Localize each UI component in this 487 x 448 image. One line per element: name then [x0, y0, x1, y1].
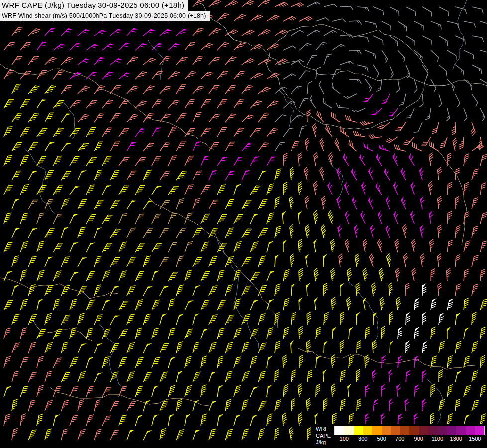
cape-colorbar-cell	[428, 426, 438, 435]
legend-label-line: CAPE	[316, 433, 331, 440]
cape-colorbar-cell	[419, 426, 428, 435]
cape-colorbar-tick-label: 900	[414, 436, 423, 442]
cape-colorbar	[334, 426, 485, 435]
cape-colorbar-tick-label: 300	[358, 436, 367, 442]
cape-colorbar-cell	[456, 426, 466, 435]
cape-colorbar-tick-label: 700	[395, 436, 404, 442]
cape-legend: WRF CAPE J/kg 10030050070090011001300150…	[314, 424, 486, 447]
cape-colorbar-cell	[382, 426, 391, 435]
cape-colorbar-tick-label: 500	[377, 436, 386, 442]
legend-label-line: WRF	[316, 426, 331, 433]
cape-colorbar-cell	[409, 426, 419, 435]
legend-label-line: J/kg	[316, 439, 331, 446]
cape-colorbar-tick-label: 1500	[469, 436, 481, 442]
cape-colorbar-cell	[391, 426, 400, 435]
cape-colorbar-cell	[400, 426, 409, 435]
cape-colorbar-cell	[335, 426, 344, 435]
cape-colorbar-cell	[447, 426, 456, 435]
cape-colorbar-tick-label: 100	[340, 436, 349, 442]
cape-colorbar-cell	[354, 426, 363, 435]
cape-colorbar-tick-label: 1300	[450, 436, 462, 442]
cape-colorbar-cell	[363, 426, 372, 435]
cape-colorbar-cell	[372, 426, 382, 435]
cape-colorbar-cell	[466, 426, 475, 435]
cape-colorbar-tick-label: 1100	[431, 436, 443, 442]
shear-title: WRF Wind shear (m/s) 500/1000hPa Tuesday…	[0, 11, 210, 21]
wind-barb-map	[0, 0, 487, 448]
title-block: WRF CAPE (J/kg) Tuesday 30-09-2025 06:00…	[0, 0, 210, 21]
cape-colorbar-cell	[344, 426, 354, 435]
legend-label: WRF CAPE J/kg	[316, 426, 331, 446]
cape-colorbar-cell	[437, 426, 447, 435]
cape-title: WRF CAPE (J/kg) Tuesday 30-09-2025 06:00…	[0, 0, 188, 11]
cape-colorbar-ticks: 100300500700900110013001500	[334, 435, 485, 443]
cape-colorbar-cell	[475, 426, 484, 435]
legend-body: 100300500700900110013001500	[334, 426, 485, 443]
